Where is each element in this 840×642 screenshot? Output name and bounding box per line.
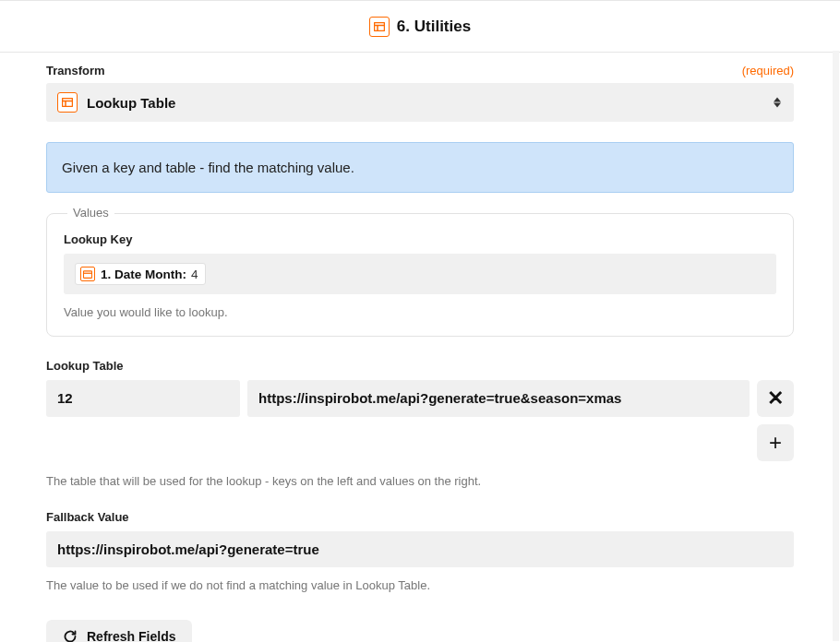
refresh-fields-label: Refresh Fields <box>87 629 175 642</box>
lookup-table-icon <box>57 92 78 113</box>
close-icon: ✕ <box>767 388 784 409</box>
lookup-table-help: The table that will be used for the look… <box>46 474 794 488</box>
fallback-label: Fallback Value <box>46 510 794 524</box>
lookup-table-label: Lookup Table <box>46 359 794 373</box>
lookup-key-tag[interactable]: 1. Date Month: 4 <box>75 263 206 285</box>
transform-label: Transform <box>46 64 105 77</box>
page-header: 6. Utilities <box>0 1 840 53</box>
transform-select[interactable]: Lookup Table <box>46 83 794 122</box>
remove-row-button[interactable]: ✕ <box>757 380 794 417</box>
lookup-key-tag-value: 4 <box>191 268 198 281</box>
plus-icon: + <box>769 432 782 454</box>
transform-description: Given a key and table - find the matchin… <box>46 142 794 193</box>
lookup-table-row: 12 https://inspirobot.me/api?generate=tr… <box>46 380 794 417</box>
lookup-key-help: Value you would like to lookup. <box>64 305 776 319</box>
fallback-help: The value to be used if we do not find a… <box>46 578 794 592</box>
transform-selected-value: Lookup Table <box>87 95 175 111</box>
add-row-button[interactable]: + <box>757 424 794 461</box>
utilities-icon <box>369 17 390 37</box>
refresh-fields-button[interactable]: Refresh Fields <box>46 620 192 642</box>
lookup-key-label: Lookup Key <box>64 232 776 246</box>
svg-rect-0 <box>374 22 384 30</box>
lookup-row-value-input[interactable]: https://inspirobot.me/api?generate=true&… <box>247 380 750 417</box>
svg-rect-3 <box>63 99 73 107</box>
chevron-updown-icon <box>774 98 781 108</box>
svg-rect-6 <box>83 270 91 278</box>
lookup-key-tag-label: 1. Date Month: <box>101 268 186 281</box>
lookup-key-input[interactable]: 1. Date Month: 4 <box>64 254 776 294</box>
values-fieldset: Values Lookup Key 1. Date Month: 4 Value… <box>46 213 794 337</box>
values-legend: Values <box>67 206 114 220</box>
page-title: 6. Utilities <box>397 18 471 36</box>
fallback-value-input[interactable]: https://inspirobot.me/api?generate=true <box>46 531 794 567</box>
required-indicator: (required) <box>742 64 794 77</box>
scrollbar[interactable] <box>833 51 839 641</box>
lookup-row-key-input[interactable]: 12 <box>46 380 240 417</box>
refresh-icon <box>63 629 78 642</box>
date-source-icon <box>80 267 95 281</box>
